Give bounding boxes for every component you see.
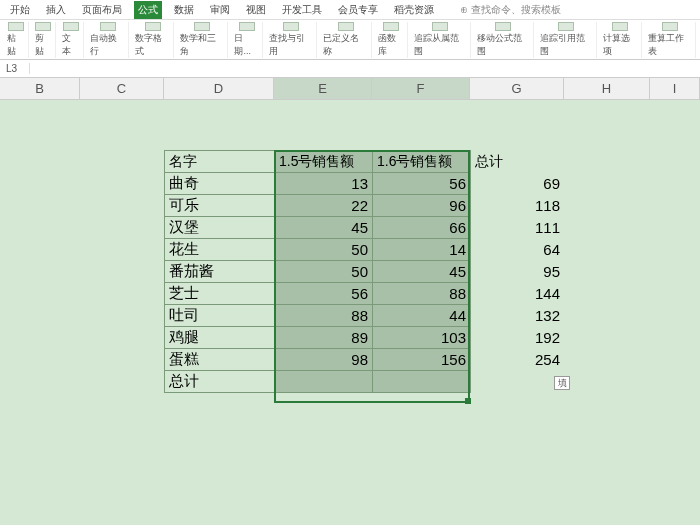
ribbon-tab[interactable]: 视图	[242, 1, 270, 19]
toolbar-group[interactable]: 移动公式范围	[474, 22, 534, 58]
ribbon-tab[interactable]: 插入	[42, 1, 70, 19]
tool-label: 日期...	[234, 32, 259, 58]
tool-label: 数字格式	[135, 32, 170, 58]
tool-label: 计算选项	[603, 32, 638, 58]
toolbar-group[interactable]: 数学和三角	[177, 22, 228, 58]
table-header[interactable]: 1.5号销售额	[275, 151, 373, 173]
table-cell[interactable]: 44	[373, 305, 471, 327]
table-footer-cell[interactable]	[471, 371, 565, 393]
table-cell[interactable]: 45	[373, 261, 471, 283]
table-cell[interactable]: 番茄酱	[165, 261, 275, 283]
toolbar-group[interactable]: 已定义名称	[320, 22, 371, 58]
table-cell[interactable]: 95	[471, 261, 565, 283]
table-cell[interactable]: 45	[275, 217, 373, 239]
ribbon-tab[interactable]: 公式	[134, 1, 162, 19]
table-cell[interactable]: 花生	[165, 239, 275, 261]
ribbon-tab[interactable]: 开发工具	[278, 1, 326, 19]
toolbar-group[interactable]: 追踪从属范围	[411, 22, 471, 58]
spreadsheet-grid[interactable]: BCDEFGHI 名字1.5号销售额1.6号销售额总计曲奇135669可乐229…	[0, 78, 700, 525]
table-cell[interactable]: 50	[275, 239, 373, 261]
table-cell[interactable]: 88	[373, 283, 471, 305]
table-cell[interactable]: 鸡腿	[165, 327, 275, 349]
toolbar-group[interactable]: 计算选项	[600, 22, 642, 58]
table-cell[interactable]: 66	[373, 217, 471, 239]
toolbar-group[interactable]: 剪贴	[32, 22, 57, 58]
table-header[interactable]: 名字	[165, 151, 275, 173]
column-header-G[interactable]: G	[470, 78, 564, 100]
column-header-E[interactable]: E	[274, 78, 372, 100]
name-box[interactable]: L3	[0, 63, 30, 74]
tool-icon	[338, 22, 354, 31]
fill-handle[interactable]	[465, 398, 471, 404]
tool-icon	[145, 22, 161, 31]
ribbon-tab[interactable]: 数据	[170, 1, 198, 19]
column-header-B[interactable]: B	[0, 78, 80, 100]
table-cell[interactable]: 96	[373, 195, 471, 217]
column-header-D[interactable]: D	[164, 78, 274, 100]
table-cell[interactable]: 254	[471, 349, 565, 371]
column-header-C[interactable]: C	[80, 78, 164, 100]
toolbar-group[interactable]: 重算工作表	[645, 22, 696, 58]
tool-icon	[194, 22, 210, 31]
table-cell[interactable]: 64	[471, 239, 565, 261]
tool-icon	[662, 22, 678, 31]
smart-tag-icon[interactable]: 填	[554, 376, 570, 390]
table-cell[interactable]: 吐司	[165, 305, 275, 327]
data-table[interactable]: 名字1.5号销售额1.6号销售额总计曲奇135669可乐2296118汉堡456…	[164, 150, 565, 393]
table-cell[interactable]: 13	[275, 173, 373, 195]
table-cell[interactable]: 芝士	[165, 283, 275, 305]
table-cell[interactable]: 汉堡	[165, 217, 275, 239]
tool-icon	[495, 22, 511, 31]
table-cell[interactable]: 69	[471, 173, 565, 195]
sheet-body[interactable]: 名字1.5号销售额1.6号销售额总计曲奇135669可乐2296118汉堡456…	[0, 100, 700, 525]
table-cell[interactable]: 蛋糕	[165, 349, 275, 371]
column-header-F[interactable]: F	[372, 78, 470, 100]
ribbon-tab[interactable]: 审阅	[206, 1, 234, 19]
search-hint[interactable]: ⊕ 查找命令、搜索模板	[456, 1, 565, 19]
table-cell[interactable]: 103	[373, 327, 471, 349]
toolbar-group[interactable]: 数字格式	[132, 22, 174, 58]
ribbon-tab[interactable]: 开始	[6, 1, 34, 19]
table-cell[interactable]: 50	[275, 261, 373, 283]
table-cell[interactable]: 89	[275, 327, 373, 349]
table-cell[interactable]: 98	[275, 349, 373, 371]
table-cell[interactable]: 144	[471, 283, 565, 305]
table-header[interactable]: 总计	[471, 151, 565, 173]
toolbar-group[interactable]: 自动换行	[87, 22, 129, 58]
column-header-H[interactable]: H	[564, 78, 650, 100]
tool-label: 查找与引用	[269, 32, 313, 58]
tool-icon	[35, 22, 51, 31]
tool-icon	[239, 22, 255, 31]
ribbon-tab[interactable]: 会员专享	[334, 1, 382, 19]
table-cell[interactable]: 14	[373, 239, 471, 261]
toolbar-group[interactable]: 粘贴	[4, 22, 29, 58]
table-cell[interactable]: 22	[275, 195, 373, 217]
tool-label: 剪贴	[35, 32, 53, 58]
toolbar-group[interactable]: 文本	[59, 22, 84, 58]
table-footer-cell[interactable]: 总计	[165, 371, 275, 393]
ribbon-tab[interactable]: 稻壳资源	[390, 1, 438, 19]
table-cell[interactable]: 88	[275, 305, 373, 327]
tool-icon	[558, 22, 574, 31]
table-footer-cell[interactable]	[275, 371, 373, 393]
toolbar-group[interactable]: 追踪引用范围	[537, 22, 597, 58]
tool-icon	[612, 22, 628, 31]
toolbar-group[interactable]: 查找与引用	[266, 22, 317, 58]
tool-label: 已定义名称	[323, 32, 367, 58]
table-cell[interactable]: 56	[275, 283, 373, 305]
ribbon-tab[interactable]: 页面布局	[78, 1, 126, 19]
table-cell[interactable]: 192	[471, 327, 565, 349]
table-cell[interactable]: 132	[471, 305, 565, 327]
table-header[interactable]: 1.6号销售额	[373, 151, 471, 173]
table-cell[interactable]: 111	[471, 217, 565, 239]
table-footer-cell[interactable]	[373, 371, 471, 393]
table-cell[interactable]: 56	[373, 173, 471, 195]
table-cell[interactable]: 156	[373, 349, 471, 371]
table-cell[interactable]: 曲奇	[165, 173, 275, 195]
ribbon-tabs: 开始插入页面布局公式数据审阅视图开发工具会员专享稻壳资源⊕ 查找命令、搜索模板	[0, 0, 700, 20]
toolbar-group[interactable]: 日期...	[231, 22, 263, 58]
toolbar-group[interactable]: 函数库	[375, 22, 408, 58]
table-cell[interactable]: 118	[471, 195, 565, 217]
column-header-I[interactable]: I	[650, 78, 700, 100]
table-cell[interactable]: 可乐	[165, 195, 275, 217]
